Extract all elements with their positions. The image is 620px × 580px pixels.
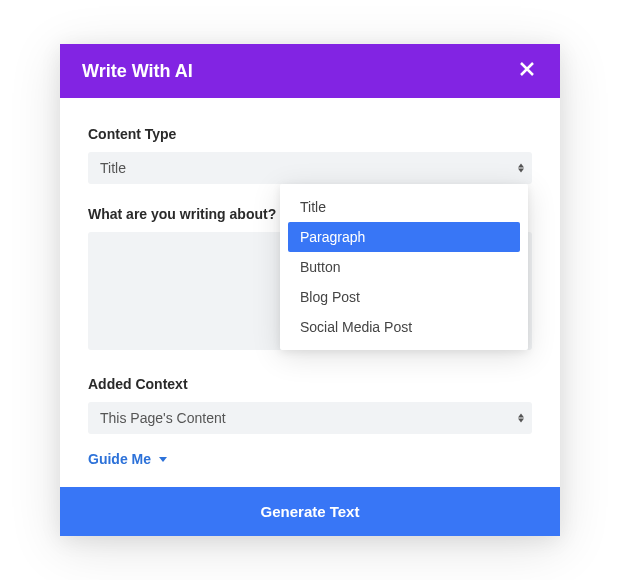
- close-button[interactable]: [516, 60, 538, 82]
- dropdown-option-title[interactable]: Title: [288, 192, 520, 222]
- modal-header: Write With AI: [60, 44, 560, 98]
- content-type-field-wrap: Title Title Paragraph Button Blog Post S…: [88, 152, 532, 184]
- updown-caret-icon: [518, 414, 524, 423]
- content-type-select[interactable]: Title: [88, 152, 532, 184]
- modal-title: Write With AI: [82, 61, 193, 82]
- generate-text-button[interactable]: Generate Text: [60, 487, 560, 536]
- dropdown-option-blog-post[interactable]: Blog Post: [288, 282, 520, 312]
- content-type-value: Title: [100, 160, 126, 176]
- guide-me-label: Guide Me: [88, 451, 151, 467]
- dropdown-option-social-media-post[interactable]: Social Media Post: [288, 312, 520, 342]
- dropdown-option-paragraph[interactable]: Paragraph: [288, 222, 520, 252]
- generate-text-label: Generate Text: [261, 503, 360, 520]
- chevron-down-icon: [159, 457, 167, 462]
- write-with-ai-modal: Write With AI Content Type Title Title P…: [60, 44, 560, 536]
- dropdown-option-button[interactable]: Button: [288, 252, 520, 282]
- added-context-field-wrap: Added Context This Page's Content: [88, 376, 532, 434]
- updown-caret-icon: [518, 164, 524, 173]
- added-context-value: This Page's Content: [100, 410, 226, 426]
- added-context-select[interactable]: This Page's Content: [88, 402, 532, 434]
- modal-body: Content Type Title Title Paragraph Butto…: [60, 98, 560, 487]
- content-type-label: Content Type: [88, 126, 532, 142]
- close-icon: [520, 62, 534, 80]
- added-context-label: Added Context: [88, 376, 532, 392]
- content-type-dropdown: Title Paragraph Button Blog Post Social …: [280, 184, 528, 350]
- guide-me-link[interactable]: Guide Me: [88, 451, 167, 467]
